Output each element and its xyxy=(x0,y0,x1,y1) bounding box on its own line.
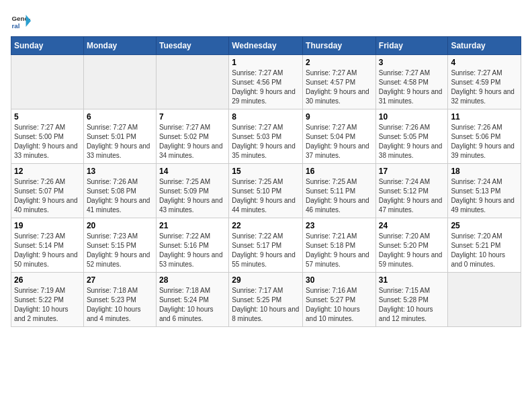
calendar-cell: 28Sunrise: 7:18 AM Sunset: 5:24 PM Dayli… xyxy=(156,273,228,327)
header-saturday: Saturday xyxy=(448,37,521,55)
day-number: 7 xyxy=(159,112,226,122)
calendar-cell: 23Sunrise: 7:21 AM Sunset: 5:18 PM Dayli… xyxy=(303,218,376,273)
calendar-cell: 3Sunrise: 7:27 AM Sunset: 4:58 PM Daylig… xyxy=(375,55,448,109)
calendar-cell: 17Sunrise: 7:24 AM Sunset: 5:12 PM Dayli… xyxy=(375,164,448,218)
calendar-cell xyxy=(448,273,521,327)
day-info: Sunrise: 7:22 AM Sunset: 5:17 PM Dayligh… xyxy=(232,232,300,269)
calendar-cell: 10Sunrise: 7:26 AM Sunset: 5:05 PM Dayli… xyxy=(375,109,448,164)
day-number: 30 xyxy=(306,275,373,285)
day-info: Sunrise: 7:26 AM Sunset: 5:06 PM Dayligh… xyxy=(451,123,518,161)
logo: Gene- ral xyxy=(11,11,34,31)
day-info: Sunrise: 7:27 AM Sunset: 5:03 PM Dayligh… xyxy=(232,123,300,161)
calendar-cell: 21Sunrise: 7:22 AM Sunset: 5:16 PM Dayli… xyxy=(156,218,228,273)
calendar-cell: 16Sunrise: 7:25 AM Sunset: 5:11 PM Dayli… xyxy=(303,164,376,218)
calendar-cell: 31Sunrise: 7:15 AM Sunset: 5:28 PM Dayli… xyxy=(375,273,448,327)
day-number: 27 xyxy=(87,275,153,285)
calendar-cell: 20Sunrise: 7:23 AM Sunset: 5:15 PM Dayli… xyxy=(83,218,156,273)
day-info: Sunrise: 7:26 AM Sunset: 5:07 PM Dayligh… xyxy=(14,177,81,215)
header-sunday: Sunday xyxy=(11,37,84,55)
calendar-cell: 25Sunrise: 7:20 AM Sunset: 5:21 PM Dayli… xyxy=(448,218,521,273)
calendar-cell: 11Sunrise: 7:26 AM Sunset: 5:06 PM Dayli… xyxy=(448,109,521,164)
calendar-cell: 22Sunrise: 7:22 AM Sunset: 5:17 PM Dayli… xyxy=(229,218,303,273)
day-number: 29 xyxy=(232,275,300,285)
calendar-cell: 30Sunrise: 7:16 AM Sunset: 5:27 PM Dayli… xyxy=(303,273,376,327)
day-number: 2 xyxy=(306,58,373,67)
header-wednesday: Wednesday xyxy=(229,37,303,55)
day-number: 6 xyxy=(87,112,153,122)
calendar-cell xyxy=(83,55,156,109)
svg-text:ral: ral xyxy=(12,22,20,30)
week-row-5: 26Sunrise: 7:19 AM Sunset: 5:22 PM Dayli… xyxy=(11,273,521,327)
day-number: 22 xyxy=(232,221,300,230)
day-number: 16 xyxy=(306,167,373,176)
day-info: Sunrise: 7:23 AM Sunset: 5:14 PM Dayligh… xyxy=(14,232,81,269)
calendar-cell: 19Sunrise: 7:23 AM Sunset: 5:14 PM Dayli… xyxy=(11,218,84,273)
day-info: Sunrise: 7:25 AM Sunset: 5:09 PM Dayligh… xyxy=(159,177,226,215)
day-info: Sunrise: 7:20 AM Sunset: 5:21 PM Dayligh… xyxy=(451,232,518,269)
day-number: 13 xyxy=(87,167,153,176)
calendar-cell: 1Sunrise: 7:27 AM Sunset: 4:56 PM Daylig… xyxy=(229,55,303,109)
logo-icon: Gene- ral xyxy=(11,11,31,31)
day-info: Sunrise: 7:27 AM Sunset: 5:00 PM Dayligh… xyxy=(14,123,81,161)
day-number: 23 xyxy=(306,221,373,230)
day-info: Sunrise: 7:21 AM Sunset: 5:18 PM Dayligh… xyxy=(306,232,373,269)
day-info: Sunrise: 7:27 AM Sunset: 4:59 PM Dayligh… xyxy=(451,68,518,106)
day-number: 15 xyxy=(232,167,300,176)
week-row-3: 12Sunrise: 7:26 AM Sunset: 5:07 PM Dayli… xyxy=(11,164,521,218)
calendar-cell: 7Sunrise: 7:27 AM Sunset: 5:02 PM Daylig… xyxy=(156,109,228,164)
day-number: 11 xyxy=(451,112,518,122)
calendar-cell xyxy=(156,55,228,109)
week-row-1: 1Sunrise: 7:27 AM Sunset: 4:56 PM Daylig… xyxy=(11,55,521,109)
day-info: Sunrise: 7:27 AM Sunset: 5:04 PM Dayligh… xyxy=(306,123,373,161)
calendar-cell: 24Sunrise: 7:20 AM Sunset: 5:20 PM Dayli… xyxy=(375,218,448,273)
calendar-cell: 6Sunrise: 7:27 AM Sunset: 5:01 PM Daylig… xyxy=(83,109,156,164)
day-info: Sunrise: 7:23 AM Sunset: 5:15 PM Dayligh… xyxy=(87,232,153,269)
day-number: 20 xyxy=(87,221,153,230)
day-info: Sunrise: 7:25 AM Sunset: 5:11 PM Dayligh… xyxy=(306,177,373,215)
day-info: Sunrise: 7:26 AM Sunset: 5:05 PM Dayligh… xyxy=(379,123,445,161)
day-info: Sunrise: 7:25 AM Sunset: 5:10 PM Dayligh… xyxy=(232,177,300,215)
day-number: 14 xyxy=(159,167,226,176)
header-thursday: Thursday xyxy=(303,37,376,55)
day-number: 17 xyxy=(379,167,445,176)
day-info: Sunrise: 7:15 AM Sunset: 5:28 PM Dayligh… xyxy=(379,286,445,324)
day-info: Sunrise: 7:24 AM Sunset: 5:12 PM Dayligh… xyxy=(379,177,445,215)
day-number: 10 xyxy=(379,112,445,122)
day-info: Sunrise: 7:18 AM Sunset: 5:24 PM Dayligh… xyxy=(159,286,226,324)
day-info: Sunrise: 7:24 AM Sunset: 5:13 PM Dayligh… xyxy=(451,177,518,215)
calendar-cell: 18Sunrise: 7:24 AM Sunset: 5:13 PM Dayli… xyxy=(448,164,521,218)
calendar-cell: 14Sunrise: 7:25 AM Sunset: 5:09 PM Dayli… xyxy=(156,164,228,218)
day-number: 8 xyxy=(232,112,300,122)
week-row-4: 19Sunrise: 7:23 AM Sunset: 5:14 PM Dayli… xyxy=(11,218,521,273)
day-number: 18 xyxy=(451,167,518,176)
day-info: Sunrise: 7:27 AM Sunset: 5:01 PM Dayligh… xyxy=(87,123,153,161)
day-info: Sunrise: 7:22 AM Sunset: 5:16 PM Dayligh… xyxy=(159,232,226,269)
day-number: 12 xyxy=(14,167,81,176)
day-number: 3 xyxy=(379,58,445,67)
header-monday: Monday xyxy=(83,37,156,55)
day-number: 19 xyxy=(14,221,81,230)
day-number: 31 xyxy=(379,275,445,285)
calendar-cell: 4Sunrise: 7:27 AM Sunset: 4:59 PM Daylig… xyxy=(448,55,521,109)
calendar-cell: 29Sunrise: 7:17 AM Sunset: 5:25 PM Dayli… xyxy=(229,273,303,327)
header-friday: Friday xyxy=(375,37,448,55)
calendar-cell: 9Sunrise: 7:27 AM Sunset: 5:04 PM Daylig… xyxy=(303,109,376,164)
header-tuesday: Tuesday xyxy=(156,37,228,55)
page-header: Gene- ral xyxy=(11,11,521,31)
day-info: Sunrise: 7:27 AM Sunset: 4:57 PM Dayligh… xyxy=(306,68,373,106)
calendar-cell: 5Sunrise: 7:27 AM Sunset: 5:00 PM Daylig… xyxy=(11,109,84,164)
day-info: Sunrise: 7:17 AM Sunset: 5:25 PM Dayligh… xyxy=(232,286,300,324)
calendar-cell: 13Sunrise: 7:26 AM Sunset: 5:08 PM Dayli… xyxy=(83,164,156,218)
calendar-cell: 15Sunrise: 7:25 AM Sunset: 5:10 PM Dayli… xyxy=(229,164,303,218)
calendar-cell: 12Sunrise: 7:26 AM Sunset: 5:07 PM Dayli… xyxy=(11,164,84,218)
day-number: 5 xyxy=(14,112,81,122)
day-info: Sunrise: 7:18 AM Sunset: 5:23 PM Dayligh… xyxy=(87,286,153,324)
calendar-table: SundayMondayTuesdayWednesdayThursdayFrid… xyxy=(11,36,521,327)
calendar-cell: 2Sunrise: 7:27 AM Sunset: 4:57 PM Daylig… xyxy=(303,55,376,109)
week-row-2: 5Sunrise: 7:27 AM Sunset: 5:00 PM Daylig… xyxy=(11,109,521,164)
day-info: Sunrise: 7:27 AM Sunset: 5:02 PM Dayligh… xyxy=(159,123,226,161)
day-info: Sunrise: 7:20 AM Sunset: 5:20 PM Dayligh… xyxy=(379,232,445,269)
calendar-cell: 26Sunrise: 7:19 AM Sunset: 5:22 PM Dayli… xyxy=(11,273,84,327)
day-number: 1 xyxy=(232,58,300,67)
calendar-cell: 8Sunrise: 7:27 AM Sunset: 5:03 PM Daylig… xyxy=(229,109,303,164)
